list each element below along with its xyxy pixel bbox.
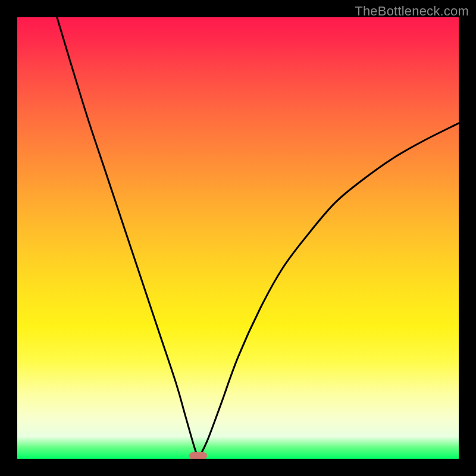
plot-background-gradient: [17, 17, 459, 459]
minimum-marker: [189, 452, 207, 459]
chart-stage: TheBottleneck.com: [0, 0, 476, 476]
watermark-text: TheBottleneck.com: [355, 4, 469, 19]
